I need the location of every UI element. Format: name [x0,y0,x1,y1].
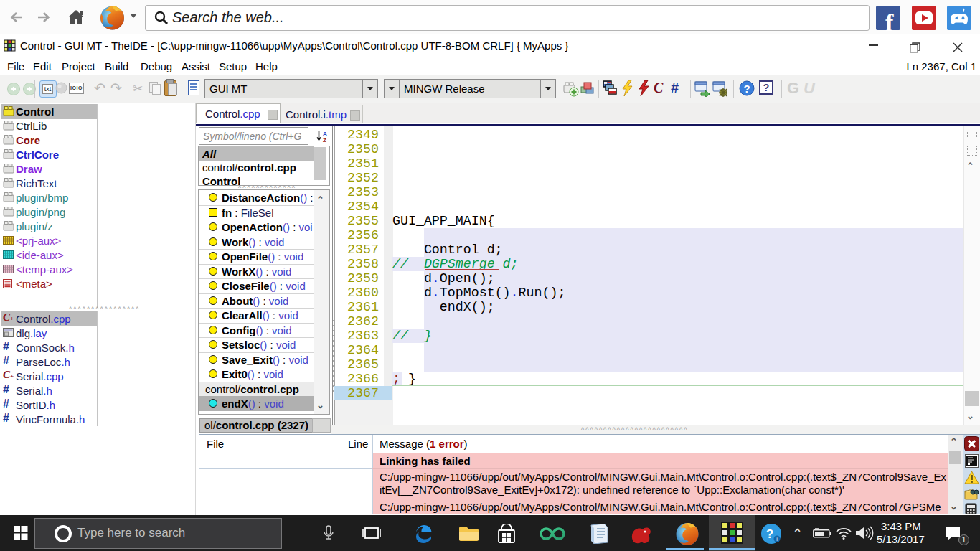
svg-text:?: ? [766,527,773,541]
svg-text:?: ? [743,83,750,95]
svg-text:Z: Z [323,137,326,143]
